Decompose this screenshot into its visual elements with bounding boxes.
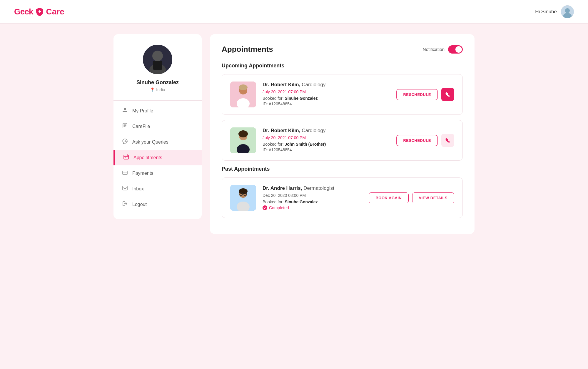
header-right: Hi Sinuhe <box>535 5 574 18</box>
appointment-id-2: ID: #120548854 <box>263 147 390 152</box>
carefile-icon <box>122 123 128 130</box>
past-appointment-actions-1: BOOK AGAIN VIEW DETAILS <box>369 192 454 203</box>
sidebar-item-label-payments: Payments <box>132 171 153 176</box>
shield-icon <box>35 7 44 16</box>
upcoming-appointment-card-1: Dr. Robert Kilm, Cardiology July 20, 202… <box>222 74 463 115</box>
book-again-button[interactable]: BOOK AGAIN <box>369 192 408 203</box>
doctor-photo-1 <box>230 82 256 107</box>
past-appointment-card-1: Dr. Andre Harris, Dermatologist Dec 20, … <box>222 177 463 218</box>
svg-point-17 <box>239 84 248 90</box>
appointment-actions-1: RESCHEDULE <box>396 88 454 101</box>
sidebar-item-appointments[interactable]: Appointments <box>113 150 202 165</box>
inbox-icon <box>122 185 128 192</box>
appointment-status-completed: Completed <box>263 205 362 210</box>
completed-status-label: Completed <box>269 205 289 210</box>
header: Geek Care Hi Sinuhe <box>0 0 588 24</box>
svg-rect-6 <box>153 61 162 70</box>
doctor-name-2: Dr. Robert Kilm, Cardiology <box>263 128 390 134</box>
past-appointment-info-1: Dr. Andre Harris, Dermatologist Dec 20, … <box>263 185 362 210</box>
notification-row: Notification <box>423 45 463 54</box>
main-layout: Sinuhe Gonzalez 📍 India My Profile CareF… <box>103 34 485 234</box>
reschedule-button-2[interactable]: RESCHEDULE <box>396 135 438 146</box>
logo: Geek Care <box>14 7 64 16</box>
svg-rect-10 <box>125 157 126 158</box>
sidebar-item-label-logout: Logout <box>132 202 147 207</box>
svg-point-21 <box>238 130 248 137</box>
past-appointment-datetime-1: Dec 20, 2020 08:00 PM <box>263 193 362 198</box>
reschedule-button-1[interactable]: RESCHEDULE <box>396 89 438 100</box>
sidebar-item-label-inbox: Inbox <box>132 186 144 192</box>
past-doctor-name-1: Dr. Andre Harris, Dermatologist <box>263 185 362 191</box>
appointment-info-1: Dr. Robert Kilm, Cardiology July 20, 202… <box>263 82 390 107</box>
upcoming-section-title: Upcoming Appointments <box>222 63 463 69</box>
page-title: Appointments <box>222 45 273 54</box>
doctor-photo-2 <box>230 127 256 153</box>
svg-point-28 <box>263 205 267 210</box>
doctor-name-1: Dr. Robert Kilm, Cardiology <box>263 82 390 88</box>
toggle-knob <box>455 46 462 53</box>
ask-queries-icon: Ay <box>122 138 128 146</box>
sidebar-item-label-my-profile: My Profile <box>132 108 153 114</box>
appointment-booked-for-2: Booked for: John Smith (Brother) <box>263 142 390 147</box>
sidebar-item-logout[interactable]: Logout <box>113 197 202 212</box>
appointment-booked-for-1: Booked for: Sinuhe Gonzalez <box>263 96 390 101</box>
header-greeting: Hi Sinuhe <box>535 9 557 15</box>
appointment-actions-2: RESCHEDULE <box>396 134 454 147</box>
svg-rect-11 <box>123 171 127 174</box>
appointment-datetime-2: July 20, 2021 07:00 PM <box>263 135 390 140</box>
sidebar-item-ask-queries[interactable]: Ay Ask your Queries <box>113 134 202 150</box>
appointment-info-2: Dr. Robert Kilm, Cardiology July 20, 202… <box>263 128 390 153</box>
my-profile-icon <box>122 107 128 114</box>
logo-care-text: Care <box>46 7 64 16</box>
logout-icon <box>122 201 128 208</box>
sidebar-item-carefile[interactable]: CareFile <box>113 119 202 134</box>
appointment-datetime-1: July 20, 2021 07:00 PM <box>263 89 390 94</box>
sidebar-user-location: 📍 India <box>150 87 165 92</box>
sidebar-item-inbox[interactable]: Inbox <box>113 181 202 197</box>
sidebar-nav: My Profile CareFile Ay Ask your Queries <box>113 103 202 212</box>
payments-icon <box>122 169 128 177</box>
logo-geek-text: Geek <box>14 7 33 16</box>
call-button-1[interactable] <box>441 88 454 101</box>
notification-label: Notification <box>423 47 445 52</box>
svg-rect-12 <box>123 186 127 190</box>
sidebar-user-name: Sinuhe Gonzalez <box>136 79 179 86</box>
svg-text:Ay: Ay <box>124 140 128 143</box>
upcoming-appointment-card-2: Dr. Robert Kilm, Cardiology July 20, 202… <box>222 120 463 161</box>
notification-toggle[interactable] <box>448 45 463 54</box>
sidebar-user-avatar <box>143 45 172 74</box>
sidebar-item-label-carefile: CareFile <box>132 124 150 129</box>
view-details-button[interactable]: VIEW DETAILS <box>412 192 454 203</box>
sidebar-item-payments[interactable]: Payments <box>113 165 202 181</box>
past-appointment-booked-for-1: Booked for: Sinuhe Gonzalez <box>263 200 362 204</box>
appointments-icon <box>123 154 129 161</box>
header-avatar[interactable] <box>561 5 574 18</box>
call-button-2[interactable] <box>441 134 454 147</box>
sidebar: Sinuhe Gonzalez 📍 India My Profile CareF… <box>113 34 202 219</box>
svg-rect-9 <box>124 155 128 159</box>
past-section-title: Past Appointments <box>222 166 463 172</box>
appointment-id-1: ID: #120548854 <box>263 102 390 106</box>
sidebar-divider <box>113 100 202 101</box>
page-header: Appointments Notification <box>222 45 463 54</box>
sidebar-item-label-appointments: Appointments <box>133 155 162 160</box>
content-area: Appointments Notification Upcoming Appoi… <box>210 34 475 234</box>
location-pin-icon: 📍 <box>150 87 155 92</box>
svg-point-1 <box>565 8 570 13</box>
completed-check-icon <box>263 205 267 210</box>
svg-point-4 <box>152 51 163 61</box>
doctor-photo-past-1 <box>230 185 256 211</box>
sidebar-item-my-profile[interactable]: My Profile <box>113 103 202 119</box>
sidebar-item-label-ask-queries: Ask your Queries <box>132 139 168 145</box>
